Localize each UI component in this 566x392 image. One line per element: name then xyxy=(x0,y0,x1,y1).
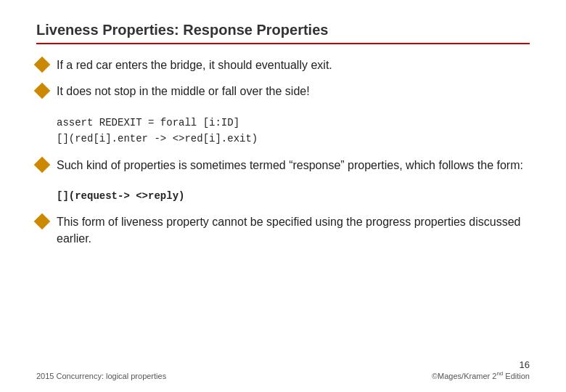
slide-footer: 2015 Concurrency: logical properties 16 … xyxy=(36,359,530,380)
bullet-text-1: If a red car enters the bridge, it shoul… xyxy=(57,57,332,73)
code-line-3: [](request-> <>reply) xyxy=(57,190,184,202)
footer-right-area: 16 ©Mages/Kramer 2nd Edition xyxy=(432,359,530,380)
bullet-item-1: If a red car enters the bridge, it shoul… xyxy=(36,57,530,73)
bullet-diamond-4 xyxy=(34,213,51,230)
bullet-diamond-1 xyxy=(34,57,51,73)
bullet-text-2: It does not stop in the middle or fall o… xyxy=(57,83,310,99)
code-line-1: assert REDEXIT = forall [i:ID] xyxy=(57,117,239,128)
code-block-2: [](request-> <>reply) xyxy=(57,188,530,204)
bullet-text-4: This form of liveness property cannot be… xyxy=(57,214,530,247)
bullet-item-3: Such kind of properties is sometimes ter… xyxy=(36,158,530,173)
footer-copyright: ©Mages/Kramer 2nd Edition xyxy=(432,372,530,380)
footer-left-text: 2015 Concurrency: logical properties xyxy=(36,372,166,380)
bullet-item-2: It does not stop in the middle or fall o… xyxy=(36,83,530,99)
bullet-diamond-3 xyxy=(34,156,51,173)
bullet-diamond-2 xyxy=(34,83,51,99)
bullet-text-3: Such kind of properties is sometimes ter… xyxy=(57,158,523,173)
title-divider xyxy=(36,43,530,44)
code-block-1: assert REDEXIT = forall [i:ID] [](red[i]… xyxy=(57,115,530,147)
bullet-item-4: This form of liveness property cannot be… xyxy=(36,214,530,247)
code-line-2: [](red[i].enter -> <>red[i].exit) xyxy=(57,133,258,144)
page-number: 16 xyxy=(432,359,530,370)
slide-title: Liveness Properties: Response Properties xyxy=(36,22,530,38)
slide: Liveness Properties: Response Properties… xyxy=(0,0,566,392)
